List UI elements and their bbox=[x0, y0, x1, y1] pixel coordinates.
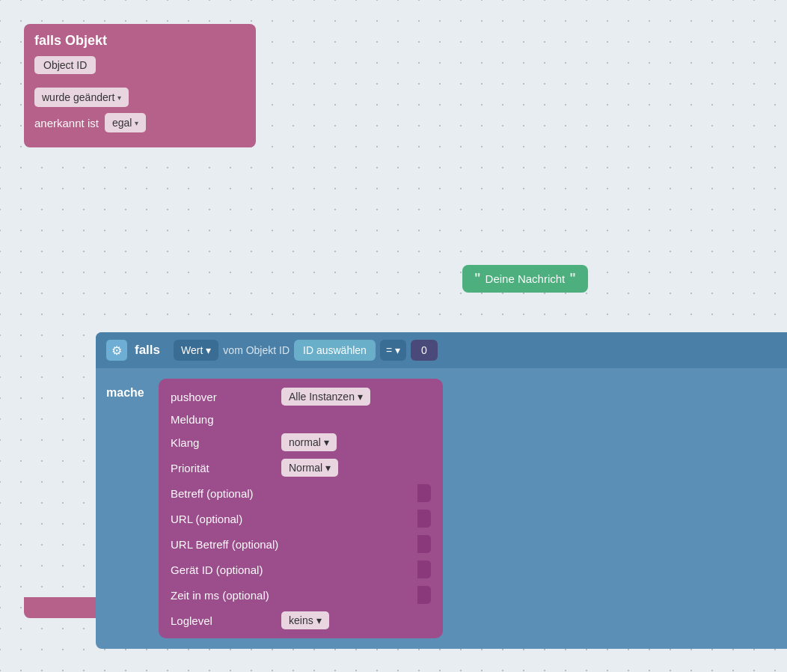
klang-label: Klang bbox=[171, 436, 275, 449]
meldung-row: Meldung bbox=[171, 413, 431, 426]
outer-falls-block: falls Objekt Object ID wurde geändert ▾ … bbox=[24, 24, 256, 147]
acknowledged-dropdown[interactable]: egal ▾ bbox=[105, 113, 146, 132]
falls-block: ⚙ falls Wert ▾ vom Objekt ID ID auswähle… bbox=[96, 332, 787, 649]
message-text[interactable]: Deine Nachricht bbox=[486, 272, 566, 285]
pushover-label: pushover bbox=[171, 391, 275, 403]
prioritaet-row: Priorität Normal ▾ bbox=[171, 459, 431, 477]
zeit-label: Zeit in ms (optional) bbox=[171, 589, 275, 602]
chevron-down-icon: ▾ bbox=[358, 391, 363, 403]
betreff-label: Betreff (optional) bbox=[171, 487, 275, 500]
url-label: URL (optional) bbox=[171, 513, 275, 525]
gear-icon[interactable]: ⚙ bbox=[106, 340, 127, 361]
falls-body: mache pushover Alle Instanzen ▾ Meldung bbox=[96, 368, 787, 649]
klang-row: Klang normal ▾ bbox=[171, 433, 431, 451]
connector-icon bbox=[417, 535, 431, 553]
chevron-down-icon: ▾ bbox=[135, 119, 138, 127]
geraet-row: Gerät ID (optional) bbox=[171, 560, 431, 578]
geraet-label: Gerät ID (optional) bbox=[171, 563, 275, 576]
equals-dropdown[interactable]: = ▾ bbox=[380, 340, 406, 361]
wert-dropdown[interactable]: Wert ▾ bbox=[174, 340, 218, 361]
chevron-down-icon: ▾ bbox=[395, 344, 400, 356]
changed-dropdown[interactable]: wurde geändert ▾ bbox=[34, 88, 129, 107]
connector-icon bbox=[417, 484, 431, 502]
value-input[interactable]: 0 bbox=[411, 340, 438, 361]
condition-area: Wert ▾ vom Objekt ID ID auswählen = ▾ 0 bbox=[174, 340, 438, 361]
falls-label: falls bbox=[135, 343, 160, 358]
url-row: URL (optional) bbox=[171, 510, 431, 528]
chevron-down-icon: ▾ bbox=[325, 462, 331, 474]
chevron-down-icon: ▾ bbox=[316, 614, 322, 626]
connector-icon bbox=[417, 586, 431, 604]
mache-row: mache pushover Alle Instanzen ▾ Meldung bbox=[106, 379, 787, 638]
loglevel-dropdown[interactable]: keins ▾ bbox=[281, 611, 329, 629]
zeit-row: Zeit in ms (optional) bbox=[171, 586, 431, 604]
pushover-row: pushover Alle Instanzen ▾ bbox=[171, 388, 431, 406]
outer-block-title: falls Objekt bbox=[34, 33, 245, 49]
url-betreff-row: URL Betreff (optional) bbox=[171, 535, 431, 553]
vom-objekt-label: vom Objekt ID bbox=[223, 344, 290, 356]
object-id-badge: Object ID bbox=[34, 56, 96, 74]
close-quote-icon: " bbox=[569, 271, 576, 287]
chevron-down-icon: ▾ bbox=[324, 436, 329, 448]
falls-header: ⚙ falls Wert ▾ vom Objekt ID ID auswähle… bbox=[96, 332, 787, 368]
betreff-row: Betreff (optional) bbox=[171, 484, 431, 502]
prioritaet-label: Priorität bbox=[171, 462, 275, 474]
instanzen-dropdown[interactable]: Alle Instanzen ▾ bbox=[281, 388, 370, 406]
message-block: " Deine Nachricht " bbox=[462, 265, 588, 293]
loglevel-row: Loglevel keins ▾ bbox=[171, 611, 431, 629]
action-block: pushover Alle Instanzen ▾ Meldung Klang bbox=[159, 379, 443, 638]
url-betreff-label: URL Betreff (optional) bbox=[171, 538, 278, 551]
chevron-down-icon: ▾ bbox=[117, 94, 121, 102]
id-select-dropdown[interactable]: ID auswählen bbox=[294, 340, 376, 361]
mache-label: mache bbox=[106, 379, 151, 400]
prioritaet-dropdown[interactable]: Normal ▾ bbox=[281, 459, 338, 477]
connector-icon bbox=[417, 560, 431, 578]
meldung-label: Meldung bbox=[171, 413, 275, 426]
chevron-down-icon: ▾ bbox=[206, 344, 211, 356]
loglevel-label: Loglevel bbox=[171, 614, 275, 627]
connector-icon bbox=[417, 510, 431, 528]
open-quote-icon: " bbox=[474, 271, 481, 287]
acknowledged-label: anerkannt ist bbox=[34, 117, 99, 129]
klang-dropdown[interactable]: normal ▾ bbox=[281, 433, 337, 451]
